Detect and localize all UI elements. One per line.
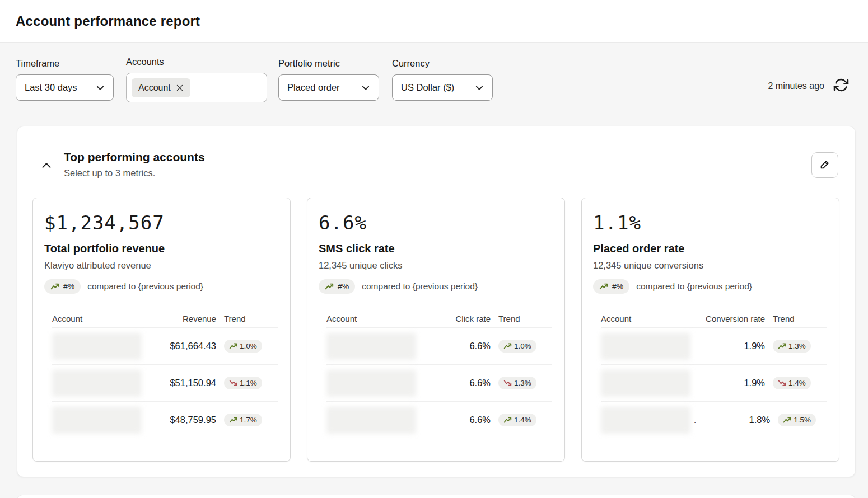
timeframe-value: Last 30 days — [25, 82, 77, 93]
column-header-value: Revenue — [150, 314, 216, 323]
trend-up-icon — [503, 342, 512, 350]
timeframe-select[interactable]: Last 30 days — [16, 74, 114, 101]
portfolio-metric-label: Portfolio metric — [278, 58, 379, 69]
trend-value: 1.0% — [240, 342, 257, 350]
trend-pill: 1.0% — [498, 340, 536, 353]
trend-up-icon — [778, 342, 786, 350]
column-header-trend: Trend — [498, 314, 552, 323]
comparison-badge-value: #% — [612, 282, 623, 291]
trend-down-icon — [503, 379, 512, 387]
trend-up-icon — [599, 282, 608, 291]
metric-title: Total portfolio revenue — [44, 242, 279, 255]
metric-title: Placed order rate — [593, 242, 828, 255]
trend-value: 1.4% — [514, 416, 531, 424]
trend-value: 1.1% — [240, 379, 257, 387]
refresh-button[interactable] — [833, 77, 849, 95]
accounts-filter: Accounts Account — [126, 57, 267, 102]
metric-card-sms-click-rate: 6.6% SMS click rate 12,345 unique clicks… — [307, 198, 565, 462]
comparison-badge-value: #% — [63, 282, 74, 291]
table-row: 1.9% 1.3% — [601, 327, 827, 364]
trend-up-icon — [229, 416, 237, 424]
trend-pill: 1.4% — [498, 414, 536, 426]
account-name-suffix: . — [694, 415, 696, 425]
comparison-row: #% compared to {previous period} — [593, 279, 828, 294]
currency-label: Currency — [392, 58, 493, 69]
timeframe-filter: Timeframe Last 30 days — [16, 58, 114, 101]
section-title-block: Top performing accounts Select up to 3 m… — [64, 151, 205, 178]
table-row: $61,664.43 1.0% — [52, 327, 278, 364]
metric-value: 1.1% — [593, 212, 828, 234]
table-row: 1.9% 1.4% — [601, 364, 827, 401]
comparison-text: compared to {previous period} — [636, 281, 752, 292]
collapse-section-button[interactable] — [39, 158, 54, 175]
metric-title: SMS click rate — [319, 242, 553, 255]
comparison-badge: #% — [44, 279, 81, 294]
trend-value: 1.7% — [240, 416, 257, 424]
portfolio-metric-select[interactable]: Placed order — [278, 74, 379, 101]
trend-up-icon — [783, 416, 791, 424]
account-name-redacted — [326, 407, 416, 434]
trend-pill: 1.0% — [224, 340, 262, 353]
row-value: 6.6% — [424, 341, 491, 351]
account-name-redacted — [52, 407, 142, 434]
column-header-account: Account — [52, 314, 142, 323]
trend-pill: 1.3% — [773, 340, 811, 353]
row-value: 1.9% — [699, 341, 765, 351]
row-value: 1.9% — [699, 378, 765, 388]
table-row: $51,150.94 1.1% — [52, 364, 278, 401]
column-header-trend: Trend — [773, 314, 827, 323]
comparison-text: compared to {previous period} — [87, 281, 203, 292]
account-name-redacted — [601, 370, 690, 397]
trend-value: 1.3% — [514, 379, 531, 387]
table-row: 6.6% 1.0% — [326, 327, 552, 364]
accounts-input[interactable]: Account — [126, 73, 267, 102]
metric-card-total-portfolio-revenue: $1,234,567 Total portfolio revenue Klavi… — [32, 198, 291, 462]
timeframe-label: Timeframe — [16, 58, 114, 69]
portfolio-metric-value: Placed order — [287, 82, 340, 93]
currency-select[interactable]: US Dollar ($) — [392, 74, 493, 101]
column-header-value: Click rate — [424, 314, 491, 323]
account-name-redacted — [326, 333, 416, 360]
account-chip-label: Account — [138, 83, 171, 93]
comparison-text: compared to {previous period} — [362, 281, 478, 292]
metric-subtitle: 12,345 unique clicks — [319, 260, 553, 271]
trend-up-icon — [229, 342, 237, 350]
trend-pill: 1.3% — [498, 377, 536, 389]
trend-pill: 1.4% — [773, 377, 811, 389]
remove-chip-icon[interactable] — [176, 84, 184, 92]
next-section-card-partial — [17, 495, 856, 498]
page-title: Account performance report — [16, 13, 200, 29]
trend-value: 1.0% — [514, 342, 531, 350]
table-row: 6.6% 1.4% — [326, 401, 552, 438]
table-row: 6.6% 1.3% — [326, 364, 552, 401]
trend-up-icon — [50, 282, 59, 291]
row-value: $48,759.95 — [150, 415, 216, 425]
chevron-up-icon — [39, 158, 54, 175]
row-value: $61,664.43 — [150, 341, 216, 351]
account-name-redacted — [52, 333, 142, 360]
table-row: . 1.8% 1.5% — [601, 401, 827, 438]
chevron-down-icon — [95, 83, 105, 93]
column-header-value: Conversion rate — [699, 314, 765, 323]
section-title: Top performing accounts — [64, 151, 205, 164]
accounts-table: Account Conversion rate Trend 1.9% 1.3% — [601, 309, 827, 438]
trend-pill: 1.7% — [224, 414, 262, 426]
trend-value: 1.4% — [788, 379, 806, 387]
row-value: 1.8% — [704, 415, 770, 425]
chevron-down-icon — [361, 83, 371, 93]
pencil-icon — [819, 158, 831, 172]
top-bar: Account performance report — [0, 0, 868, 43]
trend-value: 1.3% — [788, 342, 806, 350]
account-name-redacted — [601, 407, 690, 434]
accounts-table: Account Revenue Trend $61,664.43 1.0% — [52, 309, 278, 438]
metric-cards-row: $1,234,567 Total portfolio revenue Klavi… — [32, 198, 840, 462]
account-chip[interactable]: Account — [132, 78, 190, 97]
comparison-row: #% compared to {previous period} — [44, 279, 279, 294]
table-row: $48,759.95 1.7% — [52, 401, 278, 438]
comparison-badge-value: #% — [338, 282, 349, 291]
edit-metrics-button[interactable] — [811, 152, 838, 178]
account-name-redacted — [601, 333, 690, 360]
table-header: Account Click rate Trend — [326, 309, 552, 327]
row-value: $51,150.94 — [150, 378, 216, 388]
filter-bar: Timeframe Last 30 days Accounts Account — [0, 43, 868, 124]
